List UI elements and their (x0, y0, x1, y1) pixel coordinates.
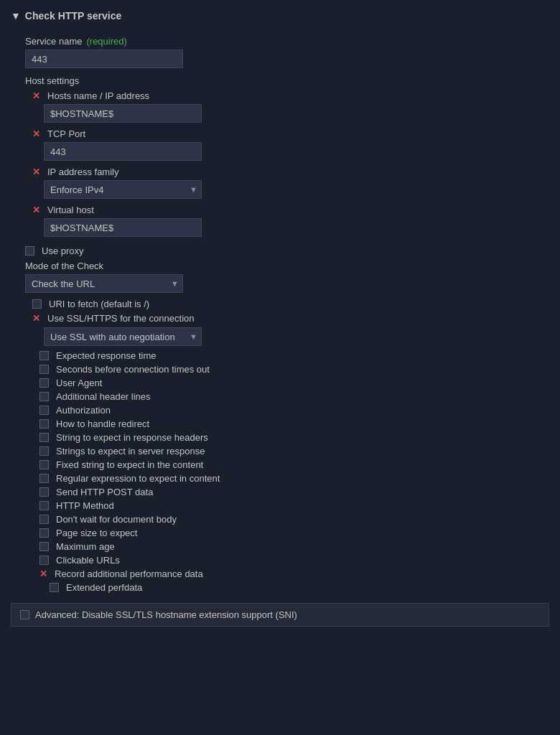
regex-content-row: Regular expression to expect in content (11, 473, 549, 484)
advanced-label: Advanced: Disable SSL/TLS hostname exten… (35, 609, 297, 620)
authorization-checkbox[interactable] (39, 406, 49, 415)
string-response-headers-label: String to expect in response headers (56, 432, 208, 443)
ssl-label: Use SSL/HTTPS for the connection (47, 313, 194, 324)
extended-perf-checkbox[interactable] (50, 583, 59, 592)
regex-content-checkbox[interactable] (39, 474, 49, 483)
seconds-timeout-label: Seconds before connection times out (56, 364, 210, 375)
http-post-data-label: Send HTTP POST data (56, 487, 153, 497)
hostname-input[interactable] (44, 104, 202, 123)
fixed-string-content-row: Fixed string to expect in the content (11, 459, 549, 470)
no-body-label: Don't wait for document body (56, 514, 177, 525)
seconds-timeout-checkbox[interactable] (39, 365, 49, 374)
record-perf-x-icon[interactable]: ✕ (39, 568, 47, 579)
ssl-select-container: Use SSL with auto negotiation Use SSLv2 … (44, 327, 202, 346)
hostname-label: ✕ Hosts name / IP address (32, 90, 549, 101)
clickable-urls-checkbox[interactable] (39, 556, 49, 565)
section-title: Check HTTP service (25, 10, 121, 22)
string-response-headers-checkbox[interactable] (39, 433, 49, 442)
service-name-input[interactable] (25, 50, 183, 68)
collapse-icon[interactable]: ▼ (11, 10, 21, 22)
clickable-urls-row: Clickable URLs (11, 555, 549, 566)
tcp-port-group: ✕ TCP Port (11, 128, 549, 161)
extended-perf-row: Extended perfdata (11, 582, 549, 593)
ssl-group: ✕ Use SSL/HTTPS for the connection Use S… (11, 313, 549, 346)
page-size-label: Page size to expect (56, 528, 137, 538)
options-checkboxes: Expected response time Seconds before co… (11, 350, 549, 593)
ip-family-label: ✕ IP address family (32, 167, 549, 177)
ip-family-select[interactable]: Enforce IPv4 Enforce IPv6 Both (44, 180, 202, 199)
tcp-port-x-icon[interactable]: ✕ (32, 128, 40, 139)
page-size-checkbox[interactable] (39, 528, 49, 538)
http-post-data-checkbox[interactable] (39, 487, 49, 497)
mode-select-group: Check the URL Check SSL certificate age … (11, 274, 549, 293)
additional-headers-row: Additional header lines (11, 391, 549, 402)
user-agent-label: User Agent (56, 378, 102, 388)
strings-server-response-label: Strings to expect in server response (56, 446, 205, 457)
advanced-bar: Advanced: Disable SSL/TLS hostname exten… (11, 603, 549, 627)
use-proxy-row: Use proxy (11, 245, 549, 256)
tcp-port-label: ✕ TCP Port (32, 128, 549, 139)
strings-server-response-checkbox[interactable] (39, 446, 49, 456)
host-settings-label: Host settings (25, 75, 79, 86)
no-body-checkbox[interactable] (39, 515, 49, 524)
service-name-group: Service name (required) (11, 36, 549, 68)
user-agent-row: User Agent (11, 378, 549, 388)
fixed-string-content-checkbox[interactable] (39, 460, 49, 469)
extended-perf-label: Extended perfdata (66, 582, 142, 593)
http-post-data-row: Send HTTP POST data (11, 487, 549, 497)
uri-fetch-row: URI to fetch (default is /) (11, 299, 549, 309)
max-age-row: Maximum age (11, 541, 549, 552)
http-method-label: HTTP Method (56, 500, 114, 511)
regex-content-label: Regular expression to expect in content (56, 473, 220, 484)
handle-redirect-row: How to handle redirect (11, 418, 549, 429)
clickable-urls-label: Clickable URLs (56, 555, 120, 566)
use-proxy-checkbox[interactable] (25, 246, 34, 256)
uri-fetch-checkbox[interactable] (32, 299, 42, 309)
main-container: ▼ Check HTTP service Service name (requi… (0, 0, 560, 634)
required-indicator: (required) (86, 36, 126, 47)
string-response-headers-row: String to expect in response headers (11, 432, 549, 443)
hostname-group: ✕ Hosts name / IP address (11, 90, 549, 123)
hostname-x-icon[interactable]: ✕ (32, 90, 40, 101)
no-body-row: Don't wait for document body (11, 514, 549, 525)
seconds-timeout-row: Seconds before connection times out (11, 364, 549, 375)
record-perf-label: Record additional performance data (55, 568, 203, 579)
handle-redirect-label: How to handle redirect (56, 418, 149, 429)
expected-response-time-label: Expected response time (56, 350, 156, 361)
mode-select-container: Check the URL Check SSL certificate age … (25, 274, 183, 293)
service-name-label: Service name (required) (25, 36, 549, 47)
page-size-row: Page size to expect (11, 528, 549, 538)
user-agent-checkbox[interactable] (39, 378, 49, 388)
section-header: ▼ Check HTTP service (11, 7, 549, 24)
expected-response-time-checkbox[interactable] (39, 351, 49, 360)
mode-select[interactable]: Check the URL Check SSL certificate age … (25, 274, 183, 293)
virtual-host-group: ✕ Virtual host (11, 205, 549, 237)
strings-server-response-row: Strings to expect in server response (11, 446, 549, 457)
ip-family-group: ✕ IP address family Enforce IPv4 Enforce… (11, 167, 549, 199)
authorization-label: Authorization (56, 405, 111, 416)
fixed-string-content-label: Fixed string to expect in the content (56, 459, 203, 470)
ip-family-x-icon[interactable]: ✕ (32, 167, 40, 177)
handle-redirect-checkbox[interactable] (39, 419, 49, 429)
record-perf-row: ✕ Record additional performance data (11, 568, 549, 579)
http-method-row: HTTP Method (11, 500, 549, 511)
virtual-host-label: ✕ Virtual host (32, 205, 549, 215)
ip-family-select-container: Enforce IPv4 Enforce IPv6 Both ▼ (44, 180, 202, 199)
additional-headers-checkbox[interactable] (39, 392, 49, 401)
use-proxy-label: Use proxy (42, 245, 84, 256)
max-age-checkbox[interactable] (39, 542, 49, 551)
additional-headers-label: Additional header lines (56, 391, 151, 402)
advanced-checkbox[interactable] (20, 610, 29, 619)
expected-response-time-row: Expected response time (11, 350, 549, 361)
ssl-x-icon[interactable]: ✕ (32, 313, 40, 324)
tcp-port-input[interactable] (44, 142, 202, 161)
virtual-host-input[interactable] (44, 218, 202, 237)
authorization-row: Authorization (11, 405, 549, 416)
uri-fetch-label: URI to fetch (default is /) (49, 299, 149, 309)
mode-label: Mode of the Check (11, 261, 549, 271)
ssl-select[interactable]: Use SSL with auto negotiation Use SSLv2 … (44, 327, 202, 346)
virtual-host-x-icon[interactable]: ✕ (32, 205, 40, 215)
http-method-checkbox[interactable] (39, 501, 49, 510)
max-age-label: Maximum age (56, 541, 115, 552)
